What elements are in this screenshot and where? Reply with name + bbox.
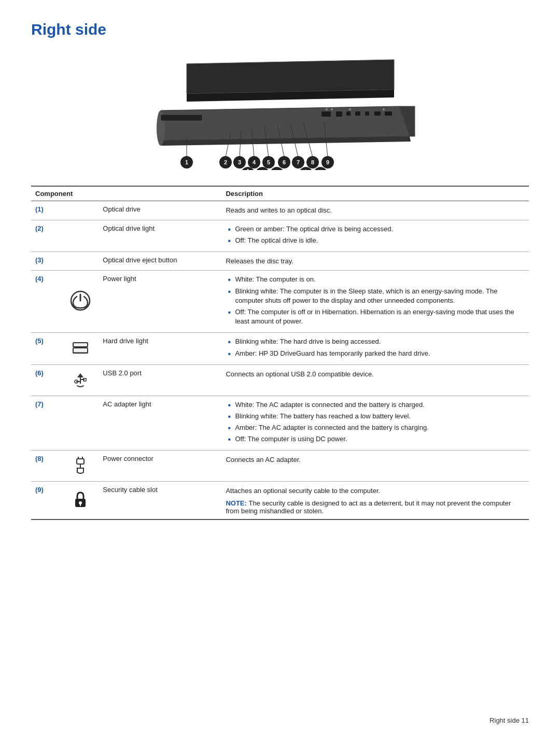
svg-rect-53 xyxy=(73,343,88,347)
description-header: Description xyxy=(221,186,529,201)
row-number: (1) xyxy=(31,201,62,220)
table-row: (5)Hard drive lightBlinking white: The h… xyxy=(31,333,529,364)
bullet-item: Off: The computer is off or in Hibernati… xyxy=(226,307,525,326)
svg-point-11 xyxy=(349,108,351,110)
row-component-name: Optical drive light xyxy=(99,220,221,251)
row-icon xyxy=(62,396,99,451)
svg-text:8: 8 xyxy=(311,159,314,165)
svg-rect-5 xyxy=(355,111,360,116)
bullet-item: Blinking white: The computer is in the S… xyxy=(226,287,525,305)
svg-text:4: 4 xyxy=(253,159,256,165)
row-component-name: Security cable slot xyxy=(99,482,221,519)
bullet-item: Blinking white: The hard drive is being … xyxy=(226,337,525,346)
note-text: NOTE: The security cable is designed to … xyxy=(226,499,525,515)
table-row: (4)Power lightWhite: The computer is on.… xyxy=(31,271,529,333)
table-row: (7)AC adapter lightWhite: The AC adapter… xyxy=(31,396,529,451)
bullet-item: White: The AC adapter is connected and t… xyxy=(226,400,525,410)
svg-text:9: 9 xyxy=(326,159,329,165)
bullet-item: Off: The computer is using DC power. xyxy=(226,434,525,444)
svg-text:⇐: ⇐ xyxy=(274,170,280,170)
svg-rect-3 xyxy=(336,111,342,117)
row-icon xyxy=(62,333,99,364)
page-title: Right side xyxy=(31,21,529,38)
svg-text:7: 7 xyxy=(297,159,300,165)
svg-rect-6 xyxy=(365,111,369,116)
row-number: (8) xyxy=(31,451,62,482)
svg-text:🔒: 🔒 xyxy=(316,170,326,170)
svg-rect-62 xyxy=(77,459,84,464)
row-component-name: Hard drive light xyxy=(99,333,221,364)
row-icon xyxy=(62,364,99,396)
row-description: Blinking white: The hard drive is being … xyxy=(221,333,529,364)
svg-text:🖴: 🖴 xyxy=(259,170,266,170)
row-number: (7) xyxy=(31,396,62,451)
bullet-item: Amber: The AC adapter is connected and t… xyxy=(226,423,525,432)
table-row: (8)Power connectorConnects an AC adapter… xyxy=(31,451,529,482)
table-row: (2)Optical drive lightGreen or amber: Th… xyxy=(31,220,529,251)
table-row: (6)USB 2.0 portConnects an optional USB … xyxy=(31,364,529,396)
row-icon xyxy=(62,451,99,482)
row-component-name: Power connector xyxy=(99,451,221,482)
table-row: (9)Security cable slotAttaches an option… xyxy=(31,482,529,519)
svg-text:2: 2 xyxy=(224,159,227,165)
laptop-diagram: 1 2 3 4 5 6 7 8 xyxy=(31,51,529,170)
row-number: (9) xyxy=(31,482,62,519)
row-icon xyxy=(62,251,99,271)
svg-point-9 xyxy=(326,108,328,110)
bullet-item: Green or amber: The optical drive is bei… xyxy=(226,224,525,234)
row-icon xyxy=(62,220,99,251)
row-component-name: AC adapter light xyxy=(99,396,221,451)
svg-text:⏻: ⏻ xyxy=(302,170,310,170)
bullet-item: Amber: HP 3D DriveGuard has temporarily … xyxy=(226,349,525,358)
row-number: (2) xyxy=(31,220,62,251)
components-table: Component Description (1)Optical driveRe… xyxy=(31,186,529,520)
svg-point-12 xyxy=(383,108,385,110)
bullet-item: Blinking white: The battery has reached … xyxy=(226,412,525,421)
svg-text:⏻: ⏻ xyxy=(244,169,252,170)
row-number: (5) xyxy=(31,333,62,364)
row-description: Reads and writes to an optical disc. xyxy=(221,201,529,220)
row-component-name: USB 2.0 port xyxy=(99,364,221,396)
component-header: Component xyxy=(31,186,221,201)
page-footer: Right side 11 xyxy=(489,716,529,724)
svg-text:6: 6 xyxy=(283,159,286,165)
row-component-name: Power light xyxy=(99,271,221,333)
svg-rect-2 xyxy=(321,111,331,117)
row-icon xyxy=(62,201,99,220)
row-description: Connects an optional USB 2.0 compatible … xyxy=(221,364,529,396)
table-header-row: Component Description xyxy=(31,186,529,201)
table-row: (3)Optical drive eject buttonReleases th… xyxy=(31,251,529,271)
row-component-name: Optical drive xyxy=(99,201,221,220)
svg-text:3: 3 xyxy=(238,159,241,165)
row-number: (3) xyxy=(31,251,62,271)
bullet-item: White: The computer is on. xyxy=(226,275,525,284)
row-description: White: The AC adapter is connected and t… xyxy=(221,396,529,451)
bullet-item: Off: The optical drive is idle. xyxy=(226,236,525,245)
row-icon xyxy=(62,271,99,333)
row-icon xyxy=(62,482,99,519)
laptop-illustration: 1 2 3 4 5 6 7 8 xyxy=(99,59,461,170)
row-description: Connects an AC adapter. xyxy=(221,451,529,482)
svg-text:1: 1 xyxy=(185,159,188,165)
svg-point-10 xyxy=(331,108,333,110)
svg-text:5: 5 xyxy=(267,159,270,165)
row-description: Releases the disc tray. xyxy=(221,251,529,271)
row-description: Attaches an optional security cable to t… xyxy=(221,482,529,519)
table-row: (1)Optical driveReads and writes to an o… xyxy=(31,201,529,220)
svg-rect-1 xyxy=(161,115,202,121)
svg-rect-4 xyxy=(346,111,351,116)
svg-rect-7 xyxy=(374,111,381,116)
row-number: (6) xyxy=(31,364,62,396)
row-number: (4) xyxy=(31,271,62,333)
row-description: Green or amber: The optical drive is bei… xyxy=(221,220,529,251)
row-component-name: Optical drive eject button xyxy=(99,251,221,271)
svg-rect-8 xyxy=(385,111,392,116)
svg-rect-59 xyxy=(83,378,86,381)
row-description: White: The computer is on.Blinking white… xyxy=(221,271,529,333)
